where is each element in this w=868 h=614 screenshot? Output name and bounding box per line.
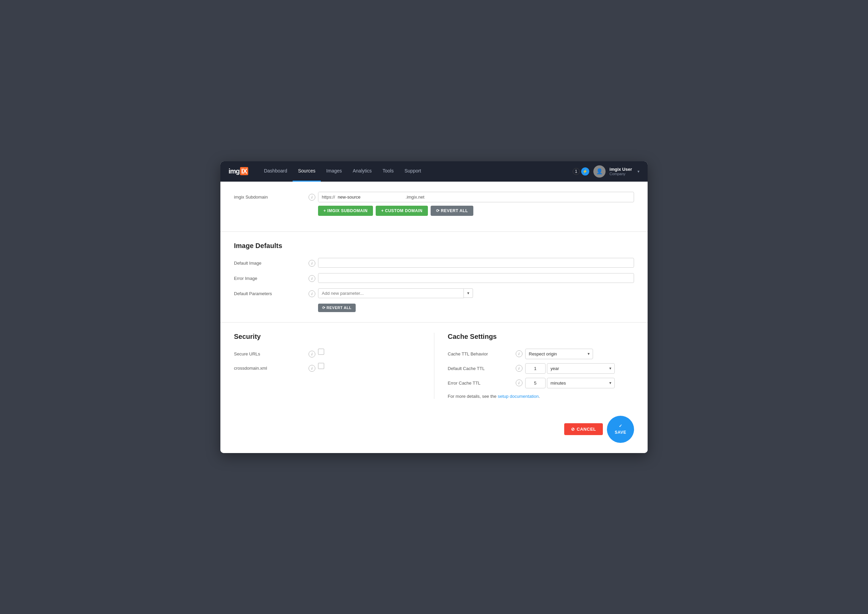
- ttl-behavior-label: Cache TTL Behavior: [448, 351, 516, 357]
- error-cache-ttl-unit-select[interactable]: minutes seconds hours days: [547, 378, 615, 388]
- content: imgix Subdomain i https:// .imgix.net + …: [220, 181, 648, 453]
- logo[interactable]: imgIX: [228, 167, 248, 175]
- default-cache-ttl-controls: year months weeks days hours minutes sec…: [525, 363, 615, 374]
- crossdomain-label: crossdomain.xml: [234, 363, 309, 371]
- error-cache-ttl-help: i: [516, 380, 525, 386]
- notification-badge: 1 ⚡: [573, 167, 589, 175]
- default-image-row: Default Image i: [234, 258, 634, 268]
- error-cache-ttl-help-icon[interactable]: i: [516, 380, 522, 386]
- custom-domain-btn[interactable]: + CUSTOM DOMAIN: [376, 206, 428, 216]
- subdomain-row: imgix Subdomain i https:// .imgix.net + …: [234, 192, 634, 216]
- error-cache-ttl-label: Error Cache TTL: [448, 380, 516, 386]
- subdomain-input-group: https:// .imgix.net: [318, 192, 634, 202]
- default-image-help: i: [309, 258, 318, 267]
- default-cache-ttl-help-icon[interactable]: i: [516, 365, 522, 372]
- cancel-icon: ⊘: [571, 426, 575, 432]
- default-image-controls: [318, 258, 634, 268]
- subdomain-revert-all-btn[interactable]: ⟳ REVERT ALL: [431, 206, 473, 216]
- nav-right: 1 ⚡ 👤 imgix User Company ▾: [573, 165, 640, 178]
- save-icon: ✓: [619, 423, 623, 428]
- crossdomain-help: i: [309, 363, 318, 372]
- user-info: imgix User Company: [610, 167, 632, 176]
- ttl-behavior-select[interactable]: Respect origin Override Ignore: [525, 349, 593, 359]
- error-cache-ttl-num[interactable]: [525, 378, 545, 388]
- logo-text: imgIX: [228, 167, 248, 175]
- setup-doc-row: For more details, see the setup document…: [448, 394, 634, 399]
- nav-support[interactable]: Support: [399, 161, 427, 181]
- default-cache-ttl-num[interactable]: [525, 363, 545, 374]
- setup-doc-text: For more details, see the: [448, 394, 497, 399]
- image-defaults-revert-row: ⟳ REVERT ALL: [318, 304, 634, 312]
- subdomain-section: imgix Subdomain i https:// .imgix.net + …: [220, 181, 648, 231]
- default-params-help-icon[interactable]: i: [309, 290, 315, 297]
- default-cache-ttl-unit-wrapper: year months weeks days hours minutes sec…: [547, 363, 615, 374]
- default-image-input[interactable]: [318, 258, 634, 268]
- save-label: SAVE: [615, 430, 626, 435]
- error-image-label: Error Image: [234, 273, 309, 281]
- nav-tools[interactable]: Tools: [377, 161, 399, 181]
- security-title: Security: [234, 333, 421, 341]
- imgix-subdomain-btn[interactable]: + IMGIX SUBDOMAIN: [318, 206, 373, 216]
- nav-images[interactable]: Images: [321, 161, 347, 181]
- param-dropdown-btn[interactable]: ▾: [464, 288, 473, 298]
- error-image-input[interactable]: [318, 273, 634, 283]
- default-image-help-icon[interactable]: i: [309, 260, 315, 267]
- secure-urls-label: Secure URLs: [234, 349, 309, 357]
- setup-doc-punctuation: .: [539, 394, 540, 399]
- nav-analytics[interactable]: Analytics: [347, 161, 377, 181]
- lightning-icon[interactable]: ⚡: [581, 167, 589, 175]
- image-defaults-title: Image Defaults: [234, 242, 634, 250]
- secure-urls-help-icon[interactable]: i: [309, 351, 315, 358]
- avatar: 👤: [593, 165, 606, 178]
- subdomain-input[interactable]: [338, 192, 405, 202]
- secure-urls-row: Secure URLs i: [234, 349, 421, 358]
- user-company: Company: [610, 172, 632, 176]
- user-dropdown-icon[interactable]: ▾: [637, 169, 640, 174]
- default-image-label: Default Image: [234, 258, 309, 266]
- error-image-help: i: [309, 273, 318, 282]
- error-image-controls: [318, 273, 634, 283]
- crossdomain-row: crossdomain.xml i: [234, 363, 421, 372]
- cancel-label: CANCEL: [577, 426, 596, 432]
- setup-doc-link[interactable]: setup documentation: [498, 394, 539, 399]
- save-button[interactable]: ✓ SAVE: [607, 416, 634, 443]
- url-suffix: .imgix.net: [405, 192, 428, 202]
- notification-count: 1: [573, 168, 580, 175]
- subdomain-help-icon[interactable]: i: [309, 194, 315, 201]
- secure-urls-controls: [318, 349, 421, 356]
- default-cache-ttl-unit-select[interactable]: year months weeks days hours minutes sec…: [547, 363, 615, 374]
- image-defaults-section: Image Defaults Default Image i Error Ima…: [220, 232, 648, 322]
- image-defaults-revert-btn[interactable]: ⟳ REVERT ALL: [318, 304, 356, 312]
- default-params-help: i: [309, 288, 318, 297]
- cancel-button[interactable]: ⊘ CANCEL: [564, 423, 603, 435]
- error-image-help-icon[interactable]: i: [309, 275, 315, 282]
- subdomain-help: i: [309, 192, 318, 201]
- cache-settings-title: Cache Settings: [448, 333, 634, 341]
- main-window: imgIX Dashboard Sources Images Analytics…: [220, 161, 648, 453]
- cache-settings-col: Cache Settings Cache TTL Behavior i Resp…: [434, 333, 634, 399]
- crossdomain-checkbox[interactable]: [318, 363, 324, 369]
- param-input-row: ▾: [318, 288, 634, 298]
- security-col: Security Secure URLs i crossdomain.xml i: [234, 333, 434, 399]
- crossdomain-help-icon[interactable]: i: [309, 365, 315, 372]
- secure-urls-help: i: [309, 349, 318, 358]
- error-cache-ttl-row: Error Cache TTL i minutes seconds hours …: [448, 378, 634, 388]
- user-name: imgix User: [610, 167, 632, 172]
- navbar: imgIX Dashboard Sources Images Analytics…: [220, 161, 648, 181]
- url-prefix: https://: [318, 192, 338, 202]
- error-cache-ttl-unit-wrapper: minutes seconds hours days: [547, 378, 615, 388]
- crossdomain-controls: [318, 363, 421, 371]
- default-cache-ttl-help: i: [516, 365, 525, 372]
- nav-dashboard[interactable]: Dashboard: [258, 161, 293, 181]
- subdomain-btn-row: + IMGIX SUBDOMAIN + CUSTOM DOMAIN ⟳ REVE…: [318, 206, 634, 216]
- ttl-behavior-controls: Respect origin Override Ignore: [525, 349, 593, 359]
- nav-sources[interactable]: Sources: [293, 161, 321, 181]
- param-input[interactable]: [318, 288, 464, 298]
- default-cache-ttl-label: Default Cache TTL: [448, 366, 516, 371]
- secure-urls-checkbox[interactable]: [318, 349, 324, 355]
- ttl-behavior-help-icon[interactable]: i: [516, 350, 522, 357]
- default-params-row: Default Parameters i ▾: [234, 288, 634, 298]
- default-params-controls: ▾: [318, 288, 634, 298]
- error-cache-ttl-controls: minutes seconds hours days: [525, 378, 615, 388]
- nav-links: Dashboard Sources Images Analytics Tools…: [258, 161, 572, 181]
